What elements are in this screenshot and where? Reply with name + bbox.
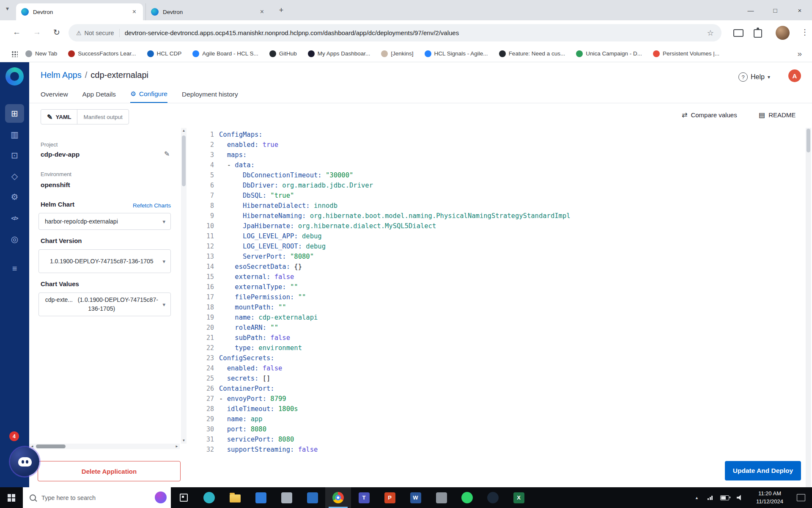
taskbar-search-input[interactable]: Type here to search: [23, 487, 171, 508]
nav-code-icon[interactable]: </>: [5, 209, 24, 227]
code-line[interactable]: secrets: []: [219, 373, 571, 384]
tab-overview[interactable]: Overview: [41, 87, 68, 103]
taskbar-remote-desktop-button[interactable]: [428, 487, 454, 508]
code-line[interactable]: roleARN: "": [219, 323, 571, 333]
taskbar-chrome-button[interactable]: [325, 487, 351, 508]
scrollbar-thumb[interactable]: [182, 135, 186, 186]
browser-tab-active[interactable]: Devtron ×: [16, 3, 143, 20]
forward-icon[interactable]: →: [33, 28, 41, 37]
code-line[interactable]: ConfigSecrets:: [219, 353, 571, 363]
code-line[interactable]: ConfigMaps:: [219, 130, 571, 140]
nav-jobs-icon[interactable]: ▥: [5, 125, 24, 144]
new-tab-button[interactable]: +: [276, 5, 287, 16]
yaml-editor[interactable]: ConfigMaps: enabled: true maps: - data: …: [219, 130, 571, 455]
code-line[interactable]: supportStreaming: false: [219, 444, 571, 455]
scroll-up-icon[interactable]: ▲: [181, 128, 187, 134]
profile-avatar[interactable]: [776, 26, 790, 40]
panel-vertical-scrollbar[interactable]: ▲ ▼: [181, 128, 187, 444]
chart-values-select[interactable]: cdp-exte... (1.0.1900-DEPLOY-74715c87-13…: [38, 293, 171, 316]
code-line[interactable]: DbConnectionTimeout: "30000": [219, 170, 571, 180]
code-line[interactable]: ServerPort: "8080": [219, 251, 571, 262]
code-line[interactable]: filePermission: "": [219, 292, 571, 302]
apps-grid-icon[interactable]: [11, 50, 18, 57]
bookmark-item[interactable]: GitHub: [269, 50, 297, 57]
code-line[interactable]: LOG_LEVEL_APP: debug: [219, 231, 571, 241]
bookmark-item[interactable]: Feature: Need a cus...: [499, 50, 565, 57]
readme-button[interactable]: ▤README: [759, 111, 796, 119]
taskbar-powerpoint-button[interactable]: P: [377, 487, 403, 508]
editor-vertical-scrollbar[interactable]: [806, 128, 811, 487]
battery-icon[interactable]: [720, 495, 729, 500]
tab-close-icon[interactable]: ×: [258, 8, 266, 16]
tab-yaml[interactable]: ✎YAML: [41, 110, 77, 124]
nav-settings-icon[interactable]: ◎: [5, 230, 24, 248]
chart-version-select[interactable]: 1.0.1900-DEPLOY-74715c87-136-1705 ▾: [38, 249, 171, 273]
refetch-charts-link[interactable]: Refetch Charts: [107, 202, 171, 209]
taskbar-store-button[interactable]: [248, 487, 274, 508]
taskbar-excel-button[interactable]: X: [506, 487, 532, 508]
scroll-right-icon[interactable]: ►: [174, 444, 180, 449]
scrollbar-thumb[interactable]: [807, 129, 810, 152]
panel-horizontal-scrollbar[interactable]: ◄ ►: [29, 444, 180, 449]
code-line[interactable]: idleTimeout: 1800s: [219, 404, 571, 414]
tab-manifest-output[interactable]: Manifest output: [77, 110, 128, 124]
code-line[interactable]: ContainerPort:: [219, 384, 571, 394]
browser-menu-icon[interactable]: ⋮: [801, 28, 809, 37]
code-line[interactable]: name: cdp-externalapi: [219, 312, 571, 323]
taskbar-steam-button[interactable]: [480, 487, 506, 508]
code-line[interactable]: - envoyPort: 8799: [219, 394, 571, 404]
taskbar-clock[interactable]: 11:20 AM 11/12/2024: [750, 490, 789, 506]
bookmark-item[interactable]: SuccessFactors Lear...: [68, 50, 136, 57]
bookmark-item[interactable]: Unica Campaign - D...: [576, 50, 642, 57]
reload-icon[interactable]: ↻: [53, 28, 60, 37]
code-line[interactable]: external: false: [219, 272, 571, 282]
code-line[interactable]: port: 8080: [219, 424, 571, 434]
volume-icon[interactable]: [737, 495, 742, 500]
cortana-icon[interactable]: [155, 491, 167, 503]
action-center-icon[interactable]: [797, 494, 805, 501]
code-line[interactable]: esoSecretData: {}: [219, 262, 571, 272]
side-panel-icon[interactable]: [733, 29, 743, 37]
code-line[interactable]: externalType: "": [219, 282, 571, 292]
update-and-deploy-button[interactable]: Update And Deploy: [725, 461, 801, 480]
code-line[interactable]: type: environment: [219, 343, 571, 353]
tray-chevron-up-icon[interactable]: ▲: [695, 496, 699, 500]
scrollbar-thumb[interactable]: [36, 444, 66, 448]
window-maximize-button[interactable]: □: [763, 0, 787, 20]
breadcrumb-helm-apps-link[interactable]: Helm Apps: [41, 70, 82, 80]
code-line[interactable]: - data:: [219, 160, 571, 170]
taskbar-word-button[interactable]: W: [403, 487, 428, 508]
chevron-down-icon[interactable]: ▾: [6, 5, 9, 12]
bookmarks-overflow-icon[interactable]: »: [797, 49, 802, 58]
code-line[interactable]: JpaHibernate: org.hibernate.dialect.MySQ…: [219, 221, 571, 231]
omnibox[interactable]: ⚠ Not secure devtron-service-devtroncd.a…: [69, 24, 721, 41]
discord-widget-button[interactable]: [10, 447, 39, 476]
compare-values-button[interactable]: ⇄Compare values: [682, 111, 737, 119]
code-line[interactable]: mountPath: "": [219, 302, 571, 312]
taskbar-whatsapp-button[interactable]: [454, 487, 480, 508]
edit-project-icon[interactable]: ✎: [164, 150, 170, 158]
bookmark-item[interactable]: New Tab: [25, 50, 57, 57]
code-line[interactable]: HibernateDialect: innodb: [219, 201, 571, 211]
code-line[interactable]: DbDriver: org.mariadb.jdbc.Driver: [219, 180, 571, 190]
bookmark-item[interactable]: Persistent Volumes |...: [653, 50, 719, 57]
help-menu[interactable]: ? Help ▾: [738, 72, 770, 82]
taskbar-file-explorer-button[interactable]: [222, 487, 248, 508]
taskbar-settings-button[interactable]: [274, 487, 299, 508]
bookmark-item[interactable]: Agile Board - HCL S...: [192, 50, 258, 57]
security-label[interactable]: Not secure: [85, 30, 114, 36]
delete-application-button[interactable]: Delete Application: [38, 461, 181, 481]
code-line[interactable]: servicePort: 8080: [219, 434, 571, 444]
extensions-icon[interactable]: [754, 29, 762, 38]
bookmark-star-icon[interactable]: ☆: [707, 28, 714, 38]
nav-chart-store-icon[interactable]: ◇: [5, 167, 24, 185]
devtron-logo-icon[interactable]: [5, 67, 24, 86]
chart-repo-select[interactable]: harbor-repo/cdp-externalapi ▾: [38, 213, 171, 230]
back-icon[interactable]: ←: [13, 28, 21, 37]
window-minimize-button[interactable]: —: [738, 0, 763, 20]
tab-close-icon[interactable]: ×: [131, 8, 138, 16]
url-text[interactable]: devtron-service-devtroncd.apps.ocp415.ma…: [125, 29, 703, 36]
network-icon[interactable]: [708, 496, 713, 500]
bookmark-item[interactable]: HCL Signals - Agile...: [425, 50, 488, 57]
tab-deployment-history[interactable]: Deployment history: [182, 87, 238, 103]
